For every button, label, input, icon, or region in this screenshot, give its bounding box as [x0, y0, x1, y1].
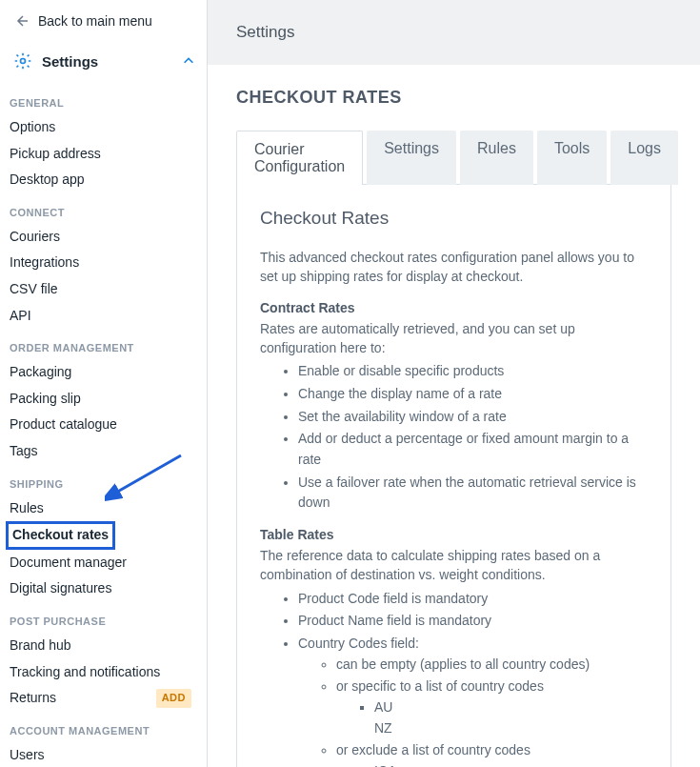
list-item: Use a failover rate when the automatic r… [298, 473, 648, 514]
sidebar-item-desktop-app[interactable]: Desktop app [10, 167, 207, 193]
panel-heading: Checkout Rates [260, 208, 648, 229]
list-item: or exclude a list of country codes !CA [336, 740, 648, 767]
list-item: Set the availability window of a rate [298, 407, 648, 428]
svg-point-0 [21, 59, 26, 64]
section-label: POST PURCHASE [10, 602, 207, 633]
list-item: AU NZ [374, 697, 648, 738]
main-content: Settings CHECKOUT RATES Courier Configur… [208, 0, 700, 767]
sidebar-item-tags[interactable]: Tags [10, 438, 207, 465]
header-title: Settings [236, 23, 294, 41]
sidebar-item-couriers[interactable]: Couriers [10, 224, 207, 251]
page-title: CHECKOUT RATES [236, 88, 671, 108]
section-label: ACCOUNT MANAGEMENT [10, 712, 207, 742]
add-badge: ADD [156, 689, 191, 707]
sidebar-item-tracking-and-notifications[interactable]: Tracking and notifications [10, 659, 207, 686]
table-bullets: Product Code field is mandatory Product … [260, 589, 648, 767]
arrow-left-icon [13, 13, 29, 29]
settings-header[interactable]: Settings [10, 38, 207, 84]
sidebar-item-product-catalogue[interactable]: Product catalogue [10, 412, 207, 438]
tab-logs[interactable]: Logs [610, 131, 678, 185]
sidebar-item-checkout-rates[interactable]: Checkout rates [6, 521, 115, 550]
tab-tools[interactable]: Tools [537, 131, 607, 185]
section-label: GENERAL [10, 84, 207, 114]
list-item: Add or deduct a percentage or fixed amou… [298, 429, 648, 470]
back-to-main-menu[interactable]: Back to main menu [10, 13, 207, 38]
panel-intro: This advanced checkout rates configurati… [260, 248, 648, 287]
header-bar: Settings [208, 0, 700, 65]
contract-bullets: Enable or disable specific productsChang… [260, 361, 648, 514]
section-label: CONNECT [10, 193, 207, 224]
sidebar-item-users[interactable]: Users [10, 742, 207, 767]
sidebar-item-integrations[interactable]: Integrations [10, 250, 207, 276]
sidebar-item-packing-slip[interactable]: Packing slip [10, 386, 207, 413]
sidebar-item-document-manager[interactable]: Document manager [10, 550, 207, 576]
table-rates-title: Table Rates [260, 527, 648, 542]
contract-rates-text: Rates are automatically retrieved, and y… [260, 319, 648, 358]
sidebar-item-api[interactable]: API [10, 303, 207, 330]
sidebar-item-digital-signatures[interactable]: Digital signatures [10, 575, 207, 602]
list-item: Product Name field is mandatory [298, 611, 648, 632]
tab-panel: Checkout Rates This advanced checkout ra… [236, 184, 671, 767]
tabs: Courier ConfigurationSettingsRulesToolsL… [236, 131, 671, 185]
sidebar: Back to main menu Settings GENERALOption… [0, 0, 208, 767]
content-area: CHECKOUT RATES Courier ConfigurationSett… [208, 65, 700, 767]
tab-courier-configuration[interactable]: Courier Configuration [236, 131, 363, 185]
sidebar-item-options[interactable]: Options [10, 114, 207, 141]
list-item: !CA [374, 761, 648, 767]
sidebar-item-pickup-address[interactable]: Pickup address [10, 141, 207, 168]
sidebar-item-csv-file[interactable]: CSV file [10, 276, 207, 303]
section-label: SHIPPING [10, 465, 207, 495]
back-label: Back to main menu [38, 13, 152, 29]
list-item: Enable or disable specific products [298, 361, 648, 382]
list-item: Product Code field is mandatory [298, 589, 648, 610]
sidebar-item-packaging[interactable]: Packaging [10, 359, 207, 386]
list-item: or specific to a list of country codes A… [336, 676, 648, 738]
sidebar-item-brand-hub[interactable]: Brand hub [10, 633, 207, 659]
list-item: Country Codes field: can be empty (appli… [298, 634, 648, 767]
chevron-up-icon [182, 54, 195, 68]
gear-icon [13, 51, 32, 71]
table-rates-text: The reference data to calculate shipping… [260, 546, 648, 585]
tab-settings[interactable]: Settings [367, 131, 456, 185]
sidebar-item-returns[interactable]: ReturnsADD [10, 685, 207, 712]
section-label: ORDER MANAGEMENT [10, 329, 207, 359]
settings-label: Settings [42, 53, 98, 70]
sidebar-item-rules[interactable]: Rules [10, 495, 207, 522]
tab-rules[interactable]: Rules [460, 131, 533, 185]
list-item: can be empty (applies to all country cod… [336, 655, 648, 676]
list-item: Change the display name of a rate [298, 384, 648, 405]
contract-rates-title: Contract Rates [260, 300, 648, 315]
